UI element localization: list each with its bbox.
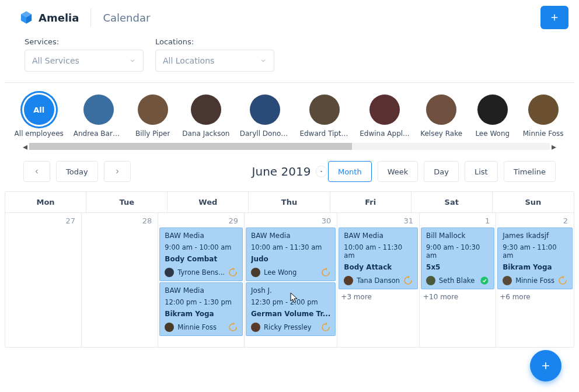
weekday-header: Tue: [86, 192, 168, 213]
next-button[interactable]: [104, 161, 131, 182]
view-timeline-button[interactable]: Timeline: [504, 161, 556, 182]
month-label[interactable]: June 2019: [252, 164, 327, 178]
locations-select[interactable]: All Locations: [155, 50, 274, 72]
brand-separator: [90, 8, 91, 27]
employee-8[interactable]: Lee Wong: [480, 94, 505, 138]
day-number: 2: [496, 213, 574, 228]
calendar-cell[interactable]: 2James Ikadsjf9:30 am - 11:00 amBikram Y…: [496, 213, 574, 347]
employee-9[interactable]: Minnie Foss: [528, 94, 558, 138]
employee-name: Daryll Donov...: [240, 130, 290, 138]
avatar: All: [24, 94, 54, 125]
caret-down-icon: [319, 169, 323, 174]
more-events-link[interactable]: +10 more: [420, 289, 496, 301]
employee-name: Kelsey Rake: [420, 130, 462, 138]
event-client: James Ikadsjf: [503, 232, 567, 240]
add-button[interactable]: [540, 6, 568, 29]
event-time: 9:00 am - 10:30 am: [426, 243, 489, 260]
services-select[interactable]: All Services: [25, 50, 144, 72]
view-month-button[interactable]: Month: [328, 161, 372, 182]
view-day-button[interactable]: Day: [424, 161, 459, 182]
employee-4[interactable]: Daryll Donov...: [246, 94, 283, 138]
event-time: 10:00 am - 11:30 am: [344, 243, 413, 260]
calendar-event[interactable]: BAW Media10:00 am - 11:30 amJudoLee Wong: [246, 228, 336, 281]
weekday-header: Wed: [168, 192, 249, 213]
calendar-cell[interactable]: 28: [82, 213, 158, 347]
event-client: Bill Mallock: [426, 232, 489, 240]
avatar: [426, 94, 456, 125]
event-service: Bikram Yoga: [165, 310, 238, 318]
pending-icon: [321, 323, 330, 332]
day-number: 31: [337, 213, 419, 228]
calendar-cell[interactable]: 27: [5, 213, 82, 347]
day-number: 28: [82, 213, 158, 228]
calendar-cell[interactable]: 29BAW Media9:00 am - 10:00 amBody Combat…: [158, 213, 245, 347]
event-service: 5x5: [426, 263, 489, 271]
calendar-event[interactable]: BAW Media10:00 am - 11:30 amBody AttackT…: [339, 228, 418, 289]
avatar: [477, 94, 508, 125]
event-client: BAW Media: [165, 286, 238, 295]
employee-1[interactable]: Andrea Barber: [80, 94, 117, 138]
employee-5[interactable]: Edward Tipton: [306, 94, 343, 138]
calendar-event[interactable]: Bill Mallock9:00 am - 10:30 am5x5Seth Bl…: [421, 228, 494, 289]
employee-name: Edwina Appl...: [360, 130, 409, 138]
event-time: 12:30 pm - 2:00 pm: [251, 298, 330, 306]
check-circle-icon: [480, 276, 489, 285]
prev-button[interactable]: [23, 161, 50, 182]
day-number: 1: [420, 213, 496, 228]
more-events-link[interactable]: +3 more: [337, 289, 419, 301]
employee-2[interactable]: Billy Piper: [140, 94, 165, 138]
employee-name: All employees: [15, 130, 64, 138]
more-events-link[interactable]: +6 more: [496, 289, 574, 301]
employee-name: Billy Piper: [135, 130, 170, 138]
day-number: 27: [5, 213, 81, 228]
brand-logo-icon: [19, 10, 34, 25]
weekday-header: Fri: [330, 192, 411, 213]
employee-7[interactable]: Kelsey Rake: [426, 94, 456, 138]
avatar: [426, 276, 435, 285]
employee-name: Minnie Foss: [523, 130, 564, 138]
scroll-left-icon[interactable]: ◂: [21, 142, 29, 150]
calendar-cell[interactable]: 30BAW Media10:00 am - 11:30 amJudoLee Wo…: [245, 213, 337, 347]
calendar-cell[interactable]: 1Bill Mallock9:00 am - 10:30 am5x5Seth B…: [420, 213, 496, 347]
avatar: [165, 268, 174, 277]
services-value: All Services: [32, 56, 79, 65]
today-button[interactable]: Today: [56, 161, 98, 182]
avatar: [251, 268, 260, 277]
event-service: Bikram Yoga: [503, 263, 567, 271]
employee-all[interactable]: AllAll employees: [21, 94, 57, 138]
employee-name: Edward Tipton: [299, 130, 350, 138]
event-time: 9:00 am - 10:00 am: [165, 243, 238, 251]
view-week-button[interactable]: Week: [378, 161, 418, 182]
avatar: [250, 94, 280, 125]
month-caret[interactable]: [315, 166, 327, 177]
calendar-event[interactable]: Josh J.12:30 pm - 2:00 pmGerman Volume T…: [246, 282, 336, 336]
calendar-event[interactable]: BAW Media12:00 pm - 1:30 pmBikram YogaMi…: [159, 282, 243, 336]
employee-6[interactable]: Edwina Appl...: [367, 94, 403, 138]
page-title: Calendar: [103, 12, 150, 24]
event-employee: Lee Wong: [264, 268, 318, 276]
event-client: BAW Media: [165, 232, 238, 240]
scroll-track[interactable]: [29, 143, 550, 150]
calendar-event[interactable]: James Ikadsjf9:30 am - 11:00 amBikram Yo…: [497, 228, 573, 289]
event-employee: Tyrone Bens...: [177, 268, 225, 276]
event-client: BAW Media: [251, 232, 330, 240]
plus-icon: [549, 12, 560, 23]
pending-icon: [228, 323, 238, 332]
calendar-event[interactable]: BAW Media9:00 am - 10:00 amBody CombatTy…: [159, 228, 243, 281]
event-service: Judo: [251, 255, 330, 263]
svg-point-0: [480, 276, 488, 284]
weekday-header: Sun: [493, 192, 574, 213]
event-employee: Tana Danson: [357, 276, 400, 285]
chevron-right-icon: [114, 168, 121, 175]
employee-name: Lee Wong: [475, 130, 510, 138]
scroll-thumb[interactable]: [29, 143, 352, 150]
event-time: 12:00 pm - 1:30 pm: [165, 298, 238, 306]
avatar: [503, 276, 512, 285]
view-list-button[interactable]: List: [465, 161, 498, 182]
locations-value: All Locations: [163, 56, 214, 65]
weekday-header: Mon: [5, 192, 86, 213]
employee-3[interactable]: Dana Jackson: [189, 94, 223, 138]
scroll-right-icon[interactable]: ▸: [550, 142, 558, 150]
employees-scrollbar[interactable]: ◂ ▸: [21, 142, 558, 150]
calendar-cell[interactable]: 31BAW Media10:00 am - 11:30 amBody Attac…: [337, 213, 420, 347]
